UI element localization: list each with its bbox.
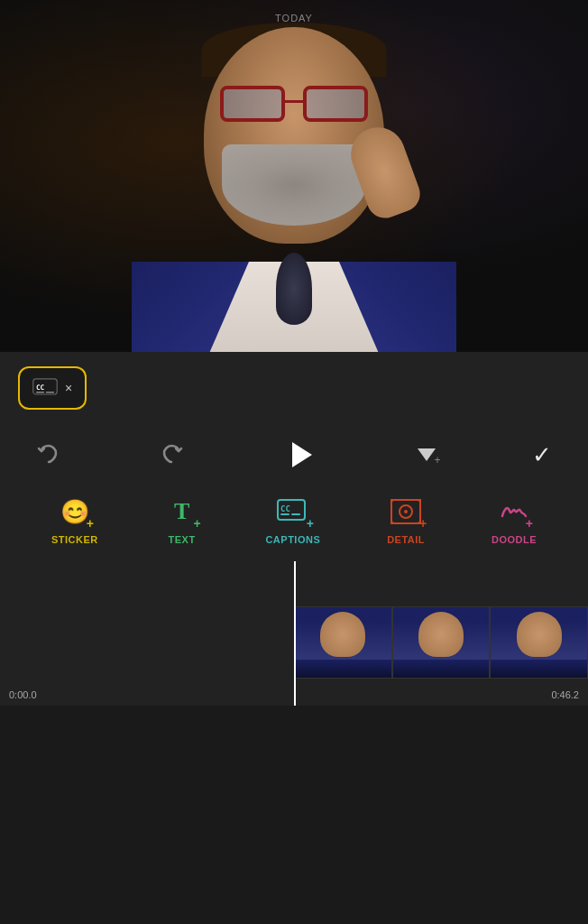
timeline-area[interactable]: 0:00.0 0:46.2 [0,561,588,706]
sticker-icon: 😊 [60,498,89,526]
doodle-plus: + [526,516,533,531]
svg-point-10 [404,510,408,513]
detail-icon [390,498,422,525]
undo-icon [36,442,61,467]
redo-button[interactable] [159,442,184,467]
thumbnail-3 [490,606,588,679]
text-tool[interactable]: T + TEXT [165,494,199,545]
sticker-tool[interactable]: 😊 + STICKER [51,494,98,545]
speed-icon: + [418,448,436,461]
speed-button[interactable]: + [418,448,436,461]
captions-tool-icon: CC [277,499,309,524]
tool-buttons: 😊 + STICKER T + TEXT CC + [0,482,588,552]
playhead [294,561,296,706]
start-timestamp: 0:00.0 [9,689,37,700]
detail-plus: + [419,516,427,531]
thumbnail-2 [392,606,491,679]
doodle-label: DOODLE [492,534,537,545]
detail-label: DETAIL [387,534,425,545]
thumbnail-1 [294,606,392,679]
captions-chip-area: CC × [0,352,588,424]
thumbnail-strip [294,606,588,679]
undo-button[interactable] [36,442,61,467]
svg-rect-3 [46,392,54,393]
redo-icon [159,442,184,467]
captions-tool[interactable]: CC + CAPTIONS [265,494,320,545]
captions-label: CAPTIONS [265,534,320,545]
svg-text:CC: CC [280,504,290,513]
close-chip-button[interactable]: × [65,381,72,395]
editing-panel: CC × + [0,352,588,706]
play-icon [292,442,312,467]
confirm-button[interactable]: ✓ [532,441,552,469]
play-button[interactable] [280,435,320,475]
doodle-tool[interactable]: + DOODLE [492,494,537,545]
sticker-label: STICKER [51,534,98,545]
text-label: TEXT [169,534,196,545]
person-in-video [141,18,447,343]
svg-text:CC: CC [36,383,45,392]
playback-controls: + ✓ [0,428,588,482]
svg-rect-2 [36,392,44,393]
sticker-plus: + [87,516,94,531]
svg-rect-6 [280,513,289,515]
cc-icon: CC [32,377,58,399]
text-plus: + [193,516,200,531]
check-icon: ✓ [532,441,552,469]
detail-tool[interactable]: + DETAIL [387,494,425,545]
captions-chip[interactable]: CC × [18,366,87,410]
video-preview: TODAY [0,0,588,352]
captions-plus: + [307,516,314,531]
svg-rect-7 [291,513,300,515]
text-icon: T [174,498,189,525]
end-timestamp: 0:46.2 [551,689,579,700]
